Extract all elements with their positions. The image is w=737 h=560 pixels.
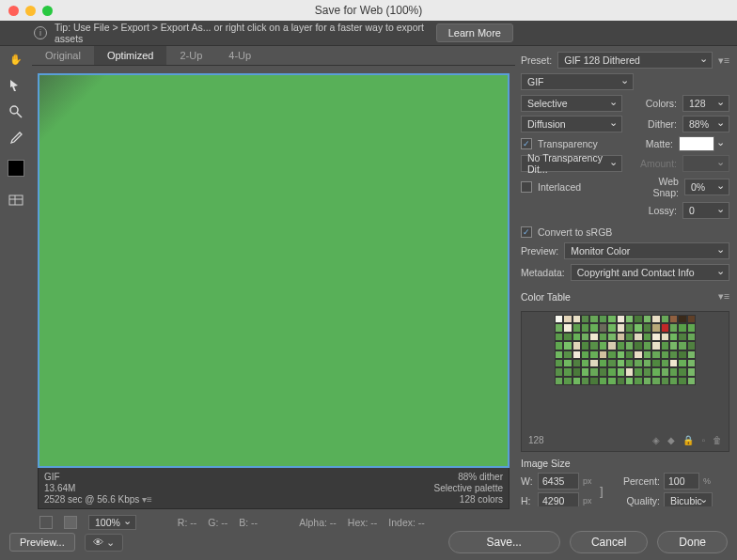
shift-websafe-icon[interactable]: ◆ xyxy=(667,435,675,445)
color-swatch[interactable] xyxy=(607,341,616,350)
color-swatch[interactable] xyxy=(599,323,607,332)
color-swatch[interactable] xyxy=(599,359,607,367)
color-swatch[interactable] xyxy=(661,341,669,350)
new-color-icon[interactable]: ▫ xyxy=(701,435,705,445)
color-swatch[interactable] xyxy=(607,333,616,341)
color-swatch[interactable] xyxy=(555,323,563,332)
color-swatch[interactable] xyxy=(555,315,563,323)
hand-tool-icon[interactable]: ✋ xyxy=(8,51,24,68)
color-reduction-select[interactable]: Selective xyxy=(521,95,622,112)
color-swatch[interactable] xyxy=(643,350,651,359)
colors-select[interactable]: 128 xyxy=(682,95,729,112)
color-swatch[interactable] xyxy=(581,350,589,359)
color-swatch[interactable] xyxy=(678,359,686,367)
color-swatch[interactable] xyxy=(661,333,669,341)
color-swatch[interactable] xyxy=(599,341,607,350)
format-select[interactable]: GIF xyxy=(521,73,634,90)
color-swatch[interactable] xyxy=(607,367,616,376)
color-swatch[interactable] xyxy=(634,333,642,341)
color-swatch[interactable] xyxy=(634,315,642,323)
color-swatch[interactable] xyxy=(643,323,651,332)
download-time-menu-icon[interactable]: ▾≡ xyxy=(142,494,152,505)
color-swatch[interactable] xyxy=(589,367,598,376)
color-swatch[interactable] xyxy=(589,341,598,350)
color-swatch[interactable] xyxy=(563,359,572,367)
color-swatch[interactable] xyxy=(634,359,642,367)
color-swatch[interactable] xyxy=(643,341,651,350)
color-swatch[interactable] xyxy=(678,341,686,350)
color-swatch[interactable] xyxy=(634,350,642,359)
preset-select[interactable]: GIF 128 Dithered xyxy=(557,52,713,69)
color-swatch[interactable] xyxy=(669,341,678,350)
color-swatch[interactable] xyxy=(617,315,625,323)
color-swatch[interactable] xyxy=(572,350,581,359)
color-swatch[interactable] xyxy=(607,323,616,332)
color-swatch[interactable] xyxy=(625,377,634,385)
color-swatch[interactable] xyxy=(581,333,589,341)
color-swatch[interactable] xyxy=(572,315,581,323)
color-swatch[interactable] xyxy=(617,323,625,332)
color-swatch[interactable] xyxy=(661,367,669,376)
color-swatch[interactable] xyxy=(589,359,598,367)
color-swatch[interactable] xyxy=(572,341,581,350)
color-swatch[interactable] xyxy=(555,350,563,359)
color-swatch[interactable] xyxy=(555,367,563,376)
color-swatch[interactable] xyxy=(555,359,563,367)
browser-preview-select[interactable]: 👁 xyxy=(85,534,123,552)
color-swatch[interactable] xyxy=(599,333,607,341)
color-swatch[interactable] xyxy=(617,367,625,376)
lock-color-icon[interactable]: 🔒 xyxy=(682,435,694,445)
color-swatch[interactable] xyxy=(661,323,669,332)
transparency-checkbox[interactable] xyxy=(521,138,532,149)
color-swatch[interactable] xyxy=(581,323,589,332)
color-swatch[interactable] xyxy=(617,359,625,367)
color-swatch[interactable] xyxy=(563,333,572,341)
color-swatch[interactable] xyxy=(669,350,678,359)
color-swatch[interactable] xyxy=(572,323,581,332)
color-swatch[interactable] xyxy=(669,323,678,332)
color-swatch[interactable] xyxy=(651,359,660,367)
done-button[interactable]: Done xyxy=(657,531,728,553)
color-swatch[interactable] xyxy=(687,367,696,376)
dither-value-select[interactable]: 88% xyxy=(682,116,729,132)
preview-button[interactable]: Preview... xyxy=(9,533,75,552)
color-swatch[interactable] xyxy=(572,367,581,376)
color-swatch[interactable] xyxy=(687,333,696,341)
color-swatch[interactable] xyxy=(625,341,634,350)
color-swatch[interactable] xyxy=(589,323,598,332)
dither-method-select[interactable]: Diffusion xyxy=(521,116,622,132)
color-swatch[interactable] xyxy=(617,341,625,350)
color-swatch[interactable] xyxy=(661,359,669,367)
color-swatch[interactable] xyxy=(563,350,572,359)
color-swatch[interactable] xyxy=(643,359,651,367)
color-swatch[interactable] xyxy=(555,333,563,341)
color-swatch[interactable] xyxy=(617,350,625,359)
preview-select[interactable]: Monitor Color xyxy=(564,242,729,259)
image-preview[interactable] xyxy=(38,73,510,468)
color-swatch[interactable] xyxy=(678,333,686,341)
color-swatch[interactable] xyxy=(678,350,686,359)
color-swatch[interactable] xyxy=(687,315,696,323)
learn-more-button[interactable]: Learn More xyxy=(436,23,513,42)
color-swatch[interactable] xyxy=(572,333,581,341)
color-swatch[interactable] xyxy=(643,333,651,341)
tab-optimized[interactable]: Optimized xyxy=(94,46,167,65)
cancel-button[interactable]: Cancel xyxy=(570,531,648,553)
color-swatch[interactable] xyxy=(651,367,660,376)
color-swatch[interactable] xyxy=(651,315,660,323)
color-swatch[interactable] xyxy=(617,377,625,385)
color-swatch[interactable] xyxy=(563,377,572,385)
height-input[interactable] xyxy=(538,492,579,506)
color-swatch[interactable] xyxy=(643,377,651,385)
color-swatch[interactable] xyxy=(563,341,572,350)
color-swatch[interactable] xyxy=(599,367,607,376)
color-swatch[interactable] xyxy=(687,341,696,350)
color-swatch[interactable] xyxy=(651,350,660,359)
color-swatch[interactable] xyxy=(661,350,669,359)
link-dimensions-icon[interactable]: ] xyxy=(600,484,617,498)
color-table-grid[interactable] xyxy=(525,315,726,385)
width-input[interactable] xyxy=(538,473,579,490)
color-swatch[interactable] xyxy=(599,350,607,359)
color-swatch[interactable] xyxy=(581,315,589,323)
color-swatch[interactable] xyxy=(581,341,589,350)
